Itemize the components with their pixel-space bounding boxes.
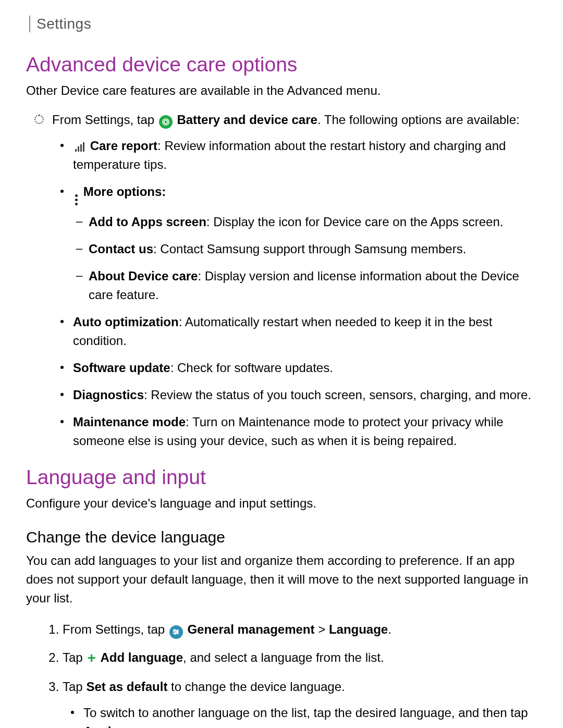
bold-text: Add language <box>100 650 183 664</box>
svg-point-2 <box>174 630 176 631</box>
header-bar: Settings <box>29 16 537 32</box>
bold-text: Add to Apps screen <box>89 215 206 229</box>
bold-text: Set as default <box>86 680 167 694</box>
bold-text: Auto optimization <box>73 315 179 329</box>
more-options-icon <box>75 194 78 205</box>
text: To switch to another language on the lis… <box>83 706 528 720</box>
list-item: Contact us: Contact Samsung support thro… <box>89 240 537 258</box>
list-item: Tap Set as default to change the device … <box>63 677 537 728</box>
bold-text: Maintenance mode <box>73 415 186 429</box>
list-item: From Settings, tap Battery and device ca… <box>52 110 537 450</box>
general-management-icon <box>169 625 183 639</box>
list-item: Diagnostics: Review the status of you to… <box>73 386 537 404</box>
bold-text: General management <box>187 622 314 636</box>
heading-advanced-device-care: Advanced device care options <box>26 53 537 76</box>
text: : Contact Samsung support through Samsun… <box>153 242 466 256</box>
text: Tap <box>63 680 86 694</box>
text: : Display the icon for Device care on th… <box>206 215 504 229</box>
list-item: More options: Add to Apps screen: Displa… <box>73 182 537 304</box>
list-item: Care report: Review information about th… <box>73 137 537 174</box>
list-item: Auto optimization: Automatically restart… <box>73 313 537 350</box>
list-item: Add to Apps screen: Display the icon for… <box>89 213 537 231</box>
breadcrumb: Settings <box>36 16 91 32</box>
list-item: Maintenance mode: Turn on Maintenance mo… <box>73 413 537 450</box>
svg-point-0 <box>164 120 167 124</box>
svg-point-3 <box>177 631 178 633</box>
list-item: Tap + Add language, and select a languag… <box>63 647 537 669</box>
list-item: From Settings, tap General management > … <box>63 620 537 639</box>
list-item: About Device care: Display version and l… <box>89 267 537 304</box>
sub-heading-change-language: Change the device language <box>26 528 537 546</box>
intro-text: Other Device care features are available… <box>26 81 537 100</box>
bar-chart-icon <box>75 141 84 152</box>
bold-text: About Device care <box>89 269 198 283</box>
text: : Review the status of you touch screen,… <box>144 388 531 402</box>
text: > <box>315 622 329 636</box>
text: . <box>388 622 391 636</box>
heading-language-and-input: Language and input <box>26 466 537 489</box>
bold-text: Battery and device care <box>177 113 317 127</box>
bold-text: Apply <box>83 724 118 728</box>
bold-text: Contact us <box>89 242 153 256</box>
list-item: To switch to another language on the lis… <box>83 704 537 728</box>
bold-text: More options: <box>83 184 166 199</box>
text: Tap <box>63 650 86 664</box>
text: to change the device language. <box>167 680 345 694</box>
bold-text: Care report <box>90 139 157 153</box>
text: , and select a language from the list. <box>183 650 384 664</box>
text: . The following options are available: <box>317 113 520 127</box>
bold-text: Language <box>329 622 388 636</box>
plus-icon: + <box>87 647 95 669</box>
list-item: Software update: Check for software upda… <box>73 359 537 377</box>
text: . <box>118 724 122 728</box>
battery-device-care-icon <box>159 115 173 129</box>
bold-text: Diagnostics <box>73 388 144 402</box>
intro-text: You can add languages to your list and o… <box>26 551 537 608</box>
text: From Settings, tap <box>52 113 158 127</box>
numbered-list: From Settings, tap General management > … <box>26 620 537 728</box>
bold-text: Software update <box>73 361 170 375</box>
text: : Check for software updates. <box>170 361 333 375</box>
svg-point-4 <box>175 633 176 634</box>
intro-text: Configure your device's language and inp… <box>26 494 537 513</box>
text: From Settings, tap <box>63 622 168 636</box>
